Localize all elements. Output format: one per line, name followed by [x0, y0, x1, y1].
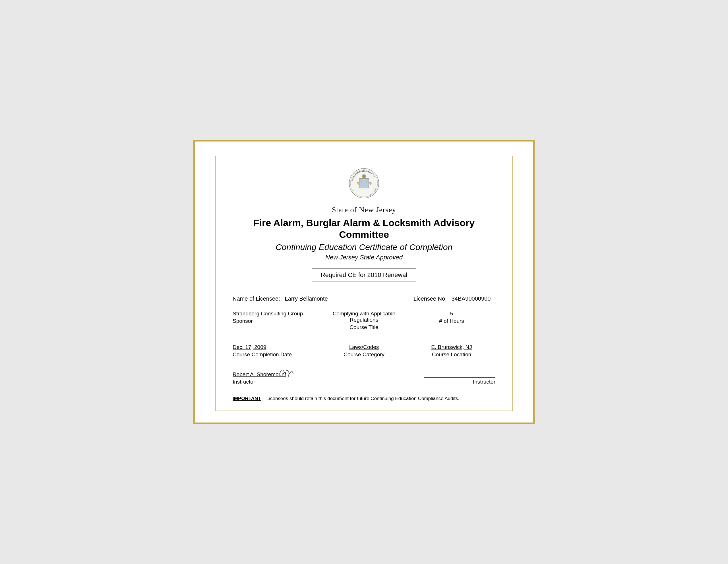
- nj-state-seal-icon: THE GREAT SEAL OF THE STATE OF THE STATE…: [348, 168, 380, 199]
- committee-name: Fire Alarm, Burglar Alarm & Locksmith Ad…: [233, 217, 495, 241]
- renewal-container: Required CE for 2010 Renewal: [233, 268, 495, 290]
- signature-icon: [278, 366, 295, 380]
- hours-label: # of Hours: [408, 318, 495, 324]
- date-label: Course Completion Date: [233, 351, 320, 358]
- location-label: Course Location: [408, 351, 495, 358]
- important-note: IMPORTANT – Licensees should retain this…: [233, 391, 495, 402]
- licensee-name-field: Name of Licensee: Larry Bellamonte: [233, 295, 334, 302]
- category-value: Laws/Codes: [320, 344, 408, 350]
- course-title-col: Complying with Applicable Regulations Co…: [320, 310, 408, 330]
- instructor2-label: Instructor: [364, 379, 495, 385]
- date-col: Dec. 17, 2009 Course Completion Date: [233, 344, 320, 358]
- category-col: Laws/Codes Course Category: [320, 344, 408, 358]
- svg-text:⚜: ⚜: [363, 184, 365, 187]
- svg-text:✦: ✦: [363, 169, 364, 171]
- cert-approved: New Jersey State Approved: [233, 254, 495, 261]
- instructor1-name: Robert A. Shoremount: [233, 371, 286, 377]
- cert-subtitle: Continuing Education Certificate of Comp…: [233, 243, 495, 252]
- date-category-row: Dec. 17, 2009 Course Completion Date Law…: [233, 344, 495, 358]
- course-title-label: Course Title: [320, 324, 408, 330]
- svg-text:🐎: 🐎: [357, 181, 361, 185]
- important-note-text: – Licensees should retain this document …: [261, 396, 459, 401]
- licensee-row: Name of Licensee: Larry Bellamonte Licen…: [233, 295, 495, 302]
- sponsor-col: Strandberg Consulting Group Sponsor: [233, 310, 320, 324]
- svg-point-8: [361, 180, 363, 183]
- sponsor-label: Sponsor: [233, 318, 320, 324]
- instructor-row: Robert A. Shoremount Instructor Instruct…: [233, 369, 495, 385]
- instructor2-col: Instructor: [364, 369, 495, 385]
- state-title: State of New Jersey: [233, 206, 495, 214]
- important-bold-text: IMPORTANT: [233, 396, 261, 401]
- course-title-value: Complying with Applicable Regulations: [320, 310, 408, 323]
- sponsor-value: Strandberg Consulting Group: [233, 310, 320, 317]
- location-value: E. Brunswick, NJ: [408, 344, 495, 350]
- licensee-name-value: Larry Bellamonte: [285, 295, 328, 302]
- date-value: Dec. 17, 2009: [233, 344, 320, 350]
- licensee-no-value: 34BA90000900: [451, 295, 491, 302]
- sponsor-course-row: Strandberg Consulting Group Sponsor Comp…: [233, 310, 495, 330]
- svg-point-9: [365, 180, 367, 183]
- instructor2-signature-line: [424, 369, 495, 377]
- category-label: Course Category: [320, 351, 408, 358]
- hours-value: 5: [408, 310, 495, 317]
- licensee-no-field: Licensee No: 34BA90000900: [413, 295, 495, 302]
- renewal-box: Required CE for 2010 Renewal: [312, 268, 416, 282]
- svg-text:🐎: 🐎: [369, 181, 373, 185]
- instructor1-label: Instructor: [233, 379, 364, 385]
- instructor1-col: Robert A. Shoremount Instructor: [233, 371, 364, 385]
- hours-col: 5 # of Hours: [408, 310, 495, 324]
- certificate-outer-border: THE GREAT SEAL OF THE STATE OF THE STATE…: [193, 140, 535, 424]
- certificate-inner-border: THE GREAT SEAL OF THE STATE OF THE STATE…: [215, 156, 513, 411]
- licensee-label: Name of Licensee:: [233, 295, 280, 302]
- seal-container: THE GREAT SEAL OF THE STATE OF THE STATE…: [233, 168, 495, 200]
- licensee-no-label: Licensee No:: [413, 295, 447, 302]
- location-col: E. Brunswick, NJ Course Location: [408, 344, 495, 358]
